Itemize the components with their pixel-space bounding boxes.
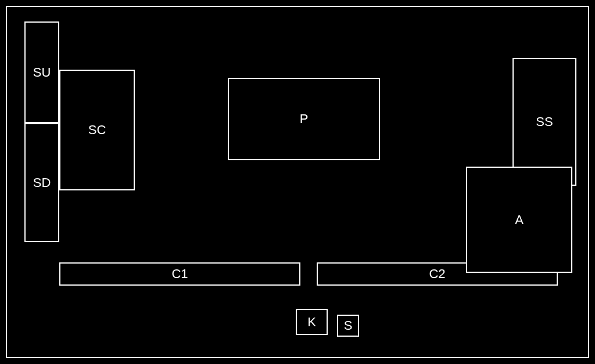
label-p: P — [300, 111, 309, 127]
label-c2: C2 — [429, 266, 445, 282]
box-su: SU — [24, 21, 59, 123]
box-k: K — [296, 309, 328, 335]
label-a: A — [515, 212, 524, 228]
label-ss: SS — [536, 114, 553, 129]
box-c1: C1 — [59, 262, 300, 286]
label-sc: SC — [88, 122, 106, 138]
label-k: K — [307, 315, 316, 330]
box-sd: SD — [24, 123, 59, 242]
box-sc: SC — [59, 70, 135, 190]
label-su: SU — [33, 65, 51, 80]
box-s: S — [337, 315, 359, 337]
label-sd: SD — [33, 175, 51, 190]
label-s: S — [344, 318, 353, 333]
diagram-canvas: SU SD SC P SS A C1 C2 K S — [6, 6, 589, 358]
box-p: P — [228, 78, 380, 160]
box-a: A — [466, 167, 572, 273]
label-c1: C1 — [171, 266, 188, 282]
